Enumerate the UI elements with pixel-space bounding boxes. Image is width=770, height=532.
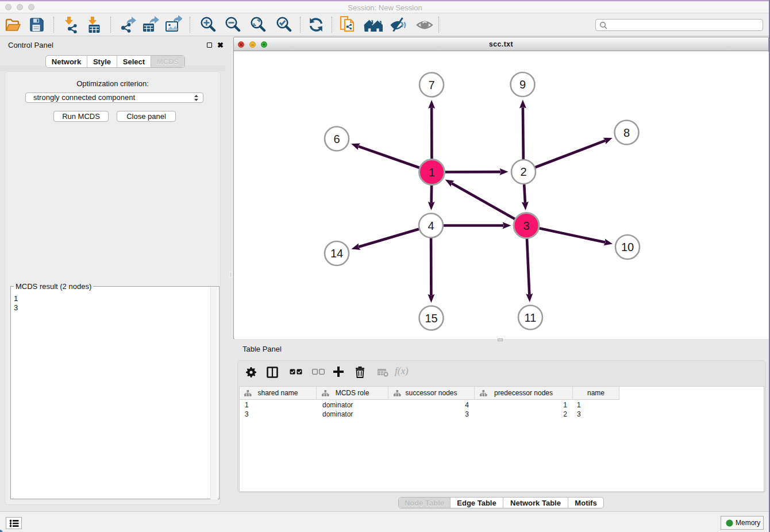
svg-text:9: 9 [519, 78, 526, 91]
svg-text:1: 1 [429, 166, 435, 179]
svg-text:4: 4 [428, 219, 434, 232]
svg-text:7: 7 [428, 79, 434, 91]
svg-text:14: 14 [330, 247, 343, 260]
svg-text:6: 6 [333, 133, 340, 145]
svg-text:10: 10 [621, 241, 634, 253]
svg-text:11: 11 [525, 311, 537, 324]
svg-text:15: 15 [425, 312, 437, 325]
svg-text:8: 8 [623, 126, 630, 139]
svg-text:3: 3 [523, 219, 529, 232]
svg-text:2: 2 [520, 165, 526, 178]
